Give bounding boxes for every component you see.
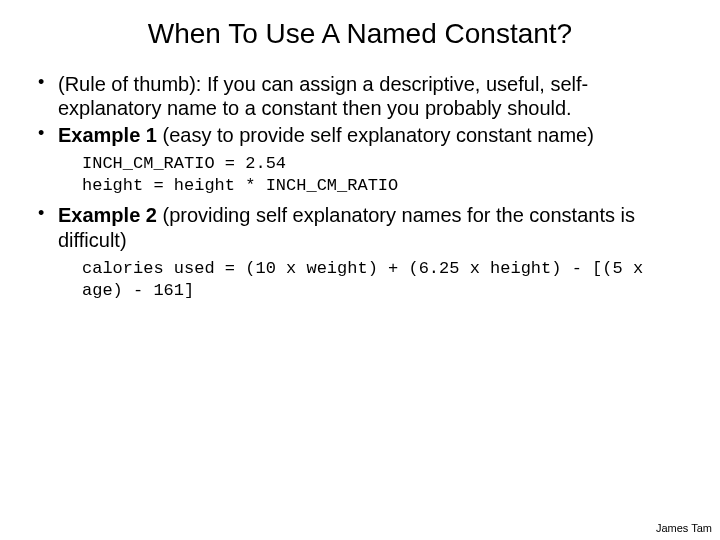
footer-author: James Tam [656,522,712,534]
bullet-list: (Rule of thumb): If you can assign a des… [32,72,688,147]
example-2-label: Example 2 [58,204,157,226]
slide-title: When To Use A Named Constant? [32,18,688,50]
code-example-2: calories used = (10 x weight) + (6.25 x … [82,258,688,302]
bullet-example-1: Example 1 (easy to provide self explanat… [38,123,688,147]
bullet-example-2: Example 2 (providing self explanatory na… [38,203,688,252]
code-example-1: INCH_CM_RATIO = 2.54 height = height * I… [82,153,688,197]
example-1-label: Example 1 [58,124,157,146]
bullet-list-2: Example 2 (providing self explanatory na… [32,203,688,252]
bullet-rule-of-thumb: (Rule of thumb): If you can assign a des… [38,72,688,121]
example-1-text: (easy to provide self explanatory consta… [157,124,594,146]
